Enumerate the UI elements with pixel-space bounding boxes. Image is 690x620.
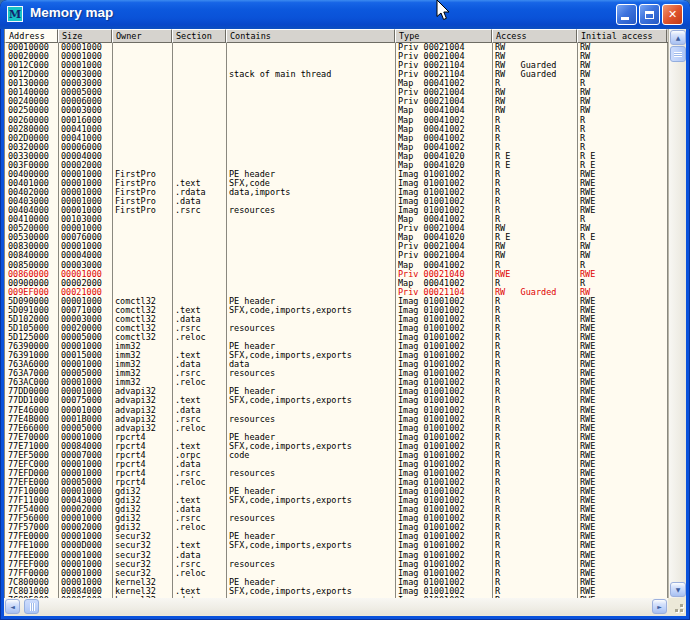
memory-row[interactable]: 0025000000003000Map 00041004RWRW <box>5 106 668 115</box>
memory-row[interactable]: 77E7100000084000rpcrt4.textSFX,code,impo… <box>5 442 668 451</box>
memory-row[interactable]: 5D12500000005000comctl32.relocImag 01001… <box>5 333 668 342</box>
cell-initial_access: RWE <box>577 360 667 369</box>
cell-access: RW <box>492 97 577 106</box>
memory-row[interactable]: 0040400000001000FirstPro.rsrcresourcesIm… <box>5 206 668 215</box>
cell-access: R <box>492 523 577 532</box>
vertical-scrollbar[interactable]: ▲ ▼ <box>668 29 686 598</box>
memory-row[interactable]: 7C80000000001000kernel32PE headerImag 01… <box>5 578 668 587</box>
memory-row[interactable]: 77FEF00000001000secur32.rsrcresourcesIma… <box>5 560 668 569</box>
memory-row[interactable]: 77FE000000001000secur32PE headerImag 010… <box>5 532 668 541</box>
cell-owner: FirstPro <box>112 188 172 197</box>
memory-row[interactable]: 002D000000041000Map 00041002RR <box>5 134 668 143</box>
column-header-initial_access[interactable]: Initial access <box>577 29 667 43</box>
column-header-access[interactable]: Access <box>492 29 577 43</box>
memory-row[interactable]: 0085000000003000Map 00041002RR <box>5 261 668 270</box>
memory-row[interactable]: 77F1000000001000gdi32PE headerImag 01001… <box>5 487 668 496</box>
column-header-section[interactable]: Section <box>172 29 226 43</box>
memory-row[interactable]: 77EFC00000001000rpcrt4.dataImag 01001002… <box>5 460 668 469</box>
cell-contains <box>226 116 395 125</box>
memory-row[interactable]: 77F5700000002000gdi32.relocImag 01001002… <box>5 523 668 532</box>
memory-row[interactable]: 77E6600000005000advapi32.relocImag 01001… <box>5 424 668 433</box>
memory-row[interactable]: 763A600000001000imm32.datadataImag 01001… <box>5 360 668 369</box>
column-header-address[interactable]: Address <box>5 29 58 43</box>
memory-row[interactable]: 77E7000000001000rpcrt4PE headerImag 0100… <box>5 433 668 442</box>
memory-row[interactable]: 7C80100000084000kernel32.textSFX,code,im… <box>5 587 668 596</box>
memory-row[interactable]: 77F5400000002000gdi32.dataImag 01001002R… <box>5 505 668 514</box>
memory-row[interactable]: 763A700000005000imm32.rsrcresourcesImag … <box>5 369 668 378</box>
memory-row[interactable]: 77DD100000075000advapi32.textSFX,code,im… <box>5 396 668 405</box>
cell-address: 00404000 <box>5 206 58 215</box>
cell-initial_access: RW <box>577 288 667 297</box>
cell-type: Imag 01001002 <box>395 469 492 478</box>
memory-row[interactable]: 5D09000000001000comctl32PE headerImag 01… <box>5 297 668 306</box>
column-header-size[interactable]: Size <box>58 29 112 43</box>
memory-row[interactable]: 0083000000001000Priv 00021004RWRW <box>5 242 668 251</box>
cell-owner: imm32 <box>112 360 172 369</box>
memory-row[interactable]: 77F1100000043000gdi32.textSFX,code,impor… <box>5 496 668 505</box>
memory-row[interactable]: 77E4600000001000advapi32.dataImag 010010… <box>5 406 668 415</box>
memory-row[interactable]: 0012C00000001000Priv 00021104RW GuardedR… <box>5 61 668 70</box>
scroll-up-button[interactable]: ▲ <box>670 30 686 45</box>
cell-address: 77EF5000 <box>5 451 58 460</box>
column-header-owner[interactable]: Owner <box>112 29 172 43</box>
memory-row[interactable]: 5D10500000020000comctl32.rsrcresourcesIm… <box>5 324 668 333</box>
memory-row[interactable]: 0002000000001000Priv 00021004RWRW <box>5 52 668 61</box>
cell-section <box>172 532 226 541</box>
memory-row[interactable]: 0040200000001000FirstPro.rdatadata,impor… <box>5 188 668 197</box>
memory-row[interactable]: 0014000000005000Priv 00021004RWRW <box>5 88 668 97</box>
column-header-contains[interactable]: Contains <box>226 29 395 43</box>
memory-row[interactable]: 77FEE00000001000secur32.dataImag 0100100… <box>5 551 668 560</box>
memory-row[interactable]: 77F5600000001000gdi32.rsrcresourcesImag … <box>5 514 668 523</box>
memory-row[interactable]: 77FF000000001000secur32.relocImag 010010… <box>5 569 668 578</box>
memory-row[interactable]: 0024000000006000Priv 00021004RWRW <box>5 97 668 106</box>
cell-contains <box>226 270 395 279</box>
memory-row[interactable]: 0053000000076000Map 00041020R ER E <box>5 233 668 242</box>
cell-size: 00016000 <box>58 116 112 125</box>
cell-access: R <box>492 469 577 478</box>
horizontal-scrollbar[interactable]: ◄ ► <box>4 598 668 615</box>
memory-row[interactable]: 0086000000001000Priv 00021040RWERWE <box>5 270 668 279</box>
memory-row[interactable]: 0026000000016000Map 00041002RR <box>5 116 668 125</box>
memory-row[interactable]: 77DD000000001000advapi32PE headerImag 01… <box>5 387 668 396</box>
cell-section: .data <box>172 406 226 415</box>
memory-row[interactable]: 0084000000004000Priv 00021004RWRW <box>5 251 668 260</box>
memory-row[interactable]: 0052000000001000Priv 00021004RWRW <box>5 224 668 233</box>
memory-row[interactable]: 0028000000041000Map 00041002RR <box>5 125 668 134</box>
memory-row[interactable]: 0041000000103000Map 00041002RR <box>5 215 668 224</box>
minimize-button[interactable] <box>616 4 637 25</box>
memory-row[interactable]: 0033000000004000Map 00041020R ER E <box>5 152 668 161</box>
resize-grip[interactable] <box>668 598 686 615</box>
memory-row[interactable]: 0090000000002000Map 00041002RR <box>5 279 668 288</box>
memory-row[interactable]: 77EF500000007000rpcrt4.orpccodeImag 0100… <box>5 451 668 460</box>
scroll-down-button[interactable]: ▼ <box>670 582 686 597</box>
titlebar[interactable]: M Memory map ✕ <box>0 0 690 29</box>
memory-row[interactable]: 5D09100000071000comctl32.textSFX,code,im… <box>5 306 668 315</box>
memory-row[interactable]: 0040300000001000FirstPro.dataImag 010010… <box>5 197 668 206</box>
memory-row[interactable]: 0001000000001000Priv 00021004RWRW <box>5 43 668 52</box>
memory-row[interactable]: 0040000000001000FirstProPE headerImag 01… <box>5 170 668 179</box>
cell-access: R <box>492 442 577 451</box>
scroll-left-button[interactable]: ◄ <box>5 599 20 614</box>
maximize-button[interactable] <box>639 4 660 25</box>
memory-row[interactable]: 0013000000003000Map 00041002RR <box>5 79 668 88</box>
memory-row[interactable]: 7639000000001000imm32PE headerImag 01001… <box>5 342 668 351</box>
memory-row[interactable]: 7639100000015000imm32.textSFX,code,impor… <box>5 351 668 360</box>
memory-row[interactable]: 77FE10000000D000secur32.textSFX,code,imp… <box>5 541 668 550</box>
memory-row[interactable]: 77EFE00000005000rpcrt4.relocImag 0100100… <box>5 478 668 487</box>
column-header-type[interactable]: Type <box>395 29 492 43</box>
memory-row[interactable]: 009EF00000021000Priv 00021104RW GuardedR… <box>5 288 668 297</box>
memory-row[interactable]: 77E4B0000001B000advapi32.rsrcresourcesIm… <box>5 415 668 424</box>
vertical-scroll-thumb[interactable] <box>670 46 686 62</box>
horizontal-scroll-thumb[interactable] <box>24 599 39 614</box>
memory-row[interactable]: 003F000000002000Map 00041020R ER E <box>5 161 668 170</box>
close-button[interactable]: ✕ <box>662 4 683 25</box>
scroll-right-button[interactable]: ► <box>652 599 667 614</box>
memory-row[interactable]: 5D10200000003000comctl32.dataImag 010010… <box>5 315 668 324</box>
memory-row[interactable]: 0040100000001000FirstPro.textSFX,codeIma… <box>5 179 668 188</box>
memory-row[interactable]: 77EFD00000001000rpcrt4.rsrcresourcesImag… <box>5 469 668 478</box>
cell-section: .rsrc <box>172 369 226 378</box>
memory-row[interactable]: 763AC00000001000imm32.relocImag 01001002… <box>5 378 668 387</box>
memory-row[interactable]: 0032000000006000Map 00041002RR <box>5 143 668 152</box>
cell-type: Imag 01001002 <box>395 496 492 505</box>
memory-row[interactable]: 0012D00000003000stack of main threadPriv… <box>5 70 668 79</box>
